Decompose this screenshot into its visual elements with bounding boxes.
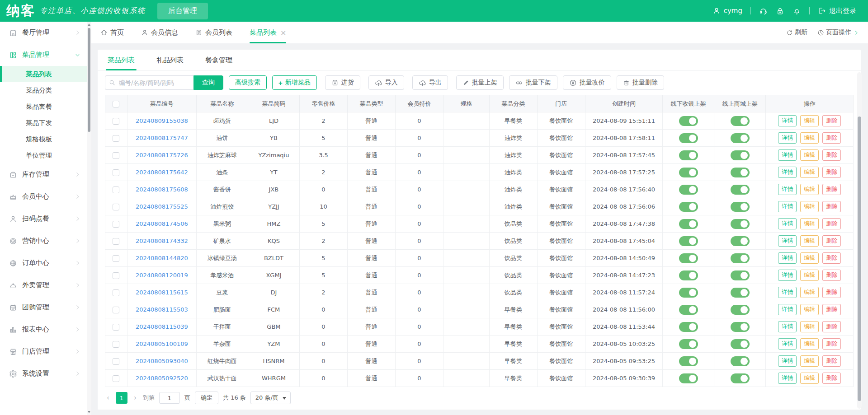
import-button[interactable]: 导入 (368, 75, 404, 90)
pos-on-shelf-toggle[interactable] (679, 305, 698, 315)
delete-button[interactable]: 删除 (822, 115, 841, 126)
detail-button[interactable]: 详情 (778, 287, 797, 298)
detail-button[interactable]: 详情 (778, 355, 797, 367)
sidebar-item-4[interactable]: 扫码点餐 (0, 208, 87, 230)
edit-button[interactable]: 编辑 (800, 167, 819, 178)
pos-on-shelf-toggle[interactable] (679, 219, 698, 229)
scroll-up-arrow-icon[interactable] (88, 23, 90, 26)
tab-member-list[interactable]: 会员列表 (195, 22, 232, 43)
edit-button[interactable]: 编辑 (800, 149, 819, 161)
export-button[interactable]: 导出 (412, 75, 448, 90)
dish-code-link[interactable]: 20240805093040 (136, 358, 188, 364)
logout-button[interactable]: 退出登录 (818, 7, 856, 15)
sidebar-item-5[interactable]: 营销中心 (0, 230, 87, 252)
prev-page-icon[interactable]: ‹ (105, 394, 111, 402)
detail-button[interactable]: 详情 (778, 132, 797, 144)
sidebar-item-7[interactable]: 外卖管理 (0, 274, 87, 296)
edit-button[interactable]: 编辑 (800, 132, 819, 144)
edit-button[interactable]: 编辑 (800, 115, 819, 126)
detail-button[interactable]: 详情 (778, 201, 797, 212)
sidebar-scrollbar[interactable] (87, 22, 91, 415)
delete-button[interactable]: 删除 (822, 304, 841, 315)
dish-code-link[interactable]: 20240808174332 (136, 238, 188, 244)
sidebar-item-2[interactable]: 库存管理 (0, 163, 87, 186)
sidebar-item-10[interactable]: 门店管理 (0, 340, 87, 363)
dish-code-link[interactable]: 20240808115615 (136, 289, 188, 296)
detail-button[interactable]: 详情 (778, 252, 797, 264)
detail-button[interactable]: 详情 (778, 149, 797, 161)
dish-code-link[interactable]: 20240808144820 (136, 255, 188, 261)
sidebar-subitem-1-2[interactable]: 菜品套餐 (0, 98, 87, 115)
sidebar-item-3[interactable]: 会员中心 (0, 186, 87, 208)
dish-code-link[interactable]: 20240808115039 (136, 323, 188, 330)
sidebar-item-0[interactable]: 餐厅管理 (0, 22, 87, 44)
advanced-search-button[interactable]: 高级搜索 (229, 75, 267, 90)
edit-button[interactable]: 编辑 (800, 304, 819, 315)
main-scrollbar-thumb[interactable] (858, 117, 861, 401)
batch-delete-button[interactable]: 批量删除 (617, 75, 664, 90)
row-checkbox[interactable] (113, 152, 119, 159)
add-dish-button[interactable]: + 新增菜品 (272, 75, 317, 90)
refresh-button[interactable]: 刷新 (786, 28, 807, 37)
goto-page-input[interactable] (159, 392, 180, 404)
row-checkbox[interactable] (113, 238, 119, 245)
detail-button[interactable]: 详情 (778, 115, 797, 126)
sidebar-item-6[interactable]: 订单中心 (0, 252, 87, 274)
batch-price-button[interactable]: 批量改价 (563, 75, 611, 90)
pos-on-shelf-toggle[interactable] (679, 288, 698, 298)
dish-code-link[interactable]: 20240808175525 (136, 203, 188, 210)
select-all-checkbox[interactable] (113, 101, 119, 107)
page-number-button[interactable]: 1 (116, 392, 127, 404)
headset-icon[interactable] (759, 7, 768, 15)
per-page-select[interactable]: 20 条/页 (250, 392, 291, 404)
row-checkbox[interactable] (113, 135, 119, 142)
pos-on-shelf-toggle[interactable] (679, 322, 698, 332)
mall-on-shelf-toggle[interactable] (731, 202, 750, 212)
edit-button[interactable]: 编辑 (800, 355, 819, 367)
detail-button[interactable]: 详情 (778, 167, 797, 178)
sidebar-subitem-1-0[interactable]: 菜品列表 (0, 66, 87, 82)
delete-button[interactable]: 删除 (822, 270, 841, 281)
dish-code-link[interactable]: 20240808175608 (136, 186, 188, 193)
row-checkbox[interactable] (113, 118, 119, 125)
dish-code-link[interactable]: 20240805100109 (136, 340, 188, 347)
delete-button[interactable]: 删除 (822, 321, 841, 332)
pos-on-shelf-toggle[interactable] (679, 133, 698, 143)
sidebar-item-11[interactable]: 系统设置 (0, 363, 87, 385)
sidebar-subitem-1-4[interactable]: 规格模板 (0, 131, 87, 147)
detail-button[interactable]: 详情 (778, 373, 797, 384)
dish-code-link[interactable]: 20240808115503 (136, 306, 188, 313)
confirm-page-button[interactable]: 确定 (195, 392, 218, 404)
detail-button[interactable]: 详情 (778, 304, 797, 315)
page-operations-button[interactable]: 页面操作 (817, 28, 859, 37)
mall-on-shelf-toggle[interactable] (731, 150, 750, 160)
detail-button[interactable]: 详情 (778, 321, 797, 332)
next-page-icon[interactable]: › (132, 394, 138, 402)
delete-button[interactable]: 删除 (822, 218, 841, 229)
sidebar-subitem-1-3[interactable]: 菜品下发 (0, 115, 87, 131)
delete-button[interactable]: 删除 (822, 252, 841, 264)
dish-code-link[interactable]: 20240808175642 (136, 169, 188, 176)
delete-button[interactable]: 删除 (822, 287, 841, 298)
user-menu[interactable]: cymg (712, 7, 742, 15)
pos-on-shelf-toggle[interactable] (679, 168, 698, 177)
row-checkbox[interactable] (113, 375, 119, 382)
pos-on-shelf-toggle[interactable] (679, 373, 698, 383)
detail-button[interactable]: 详情 (778, 270, 797, 281)
row-checkbox[interactable] (113, 204, 119, 210)
mall-on-shelf-toggle[interactable] (731, 305, 750, 315)
dish-code-link[interactable]: 20240808120019 (136, 272, 188, 279)
edit-button[interactable]: 编辑 (800, 235, 819, 247)
row-checkbox[interactable] (113, 358, 119, 365)
mall-on-shelf-toggle[interactable] (731, 373, 750, 383)
dish-code-link[interactable]: 20240809155038 (136, 117, 188, 124)
mall-on-shelf-toggle[interactable] (731, 185, 750, 195)
pos-on-shelf-toggle[interactable] (679, 270, 698, 280)
edit-button[interactable]: 编辑 (800, 287, 819, 298)
edit-button[interactable]: 编辑 (800, 321, 819, 332)
delete-button[interactable]: 删除 (822, 235, 841, 247)
edit-button[interactable]: 编辑 (800, 252, 819, 264)
row-checkbox[interactable] (113, 341, 119, 348)
tab-dish-list[interactable]: 菜品列表 × (250, 22, 286, 43)
dish-code-link[interactable]: 20240808175747 (136, 135, 188, 141)
